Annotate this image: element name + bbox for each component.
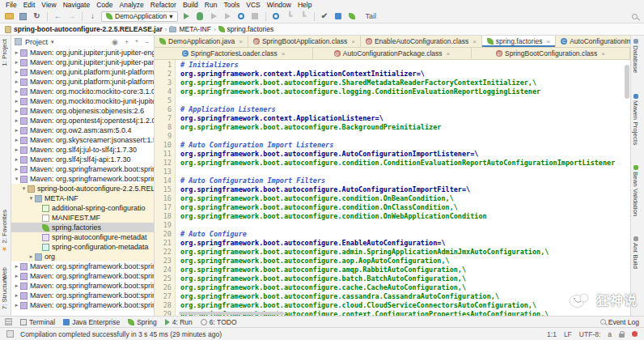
editor-tab[interactable]: @AutoConfigurationPackage.class× — [313, 48, 472, 59]
tree-row[interactable]: ▸Maven: org.junit.platform:junit-platfor… — [11, 77, 154, 87]
close-icon[interactable]: × — [601, 50, 605, 57]
search-icon[interactable] — [629, 11, 640, 22]
stripe-button-project[interactable]: 1: Project — [1, 39, 8, 66]
tool-window-switcher-icon[interactable] — [6, 330, 14, 338]
breadcrumb-item[interactable]: spring-boot-autoconfigure-2.2.5.RELEASE.… — [5, 25, 163, 33]
menu-item-window[interactable]: Window — [264, 1, 294, 9]
scrollbar-thumb[interactable] — [625, 65, 629, 99]
char-indicator[interactable]: a — [608, 330, 612, 338]
tree-row[interactable]: ▸Maven: org.slf4j:slf4j-api:1.7.30 — [11, 155, 154, 164]
encoding-indicator[interactable]: UTF-8: — [579, 330, 600, 338]
close-icon[interactable]: × — [351, 38, 355, 45]
tree-collapsed-icon[interactable]: ▸ — [13, 59, 20, 66]
menu-item-tools[interactable]: Tools — [220, 1, 243, 9]
tree-row[interactable]: ▸Maven: org.junit.jupiter:junit-jupiter-… — [11, 48, 154, 57]
tree-collapsed-icon[interactable]: ▸ — [13, 108, 20, 114]
tree-collapsed-icon[interactable]: ▸ — [13, 263, 20, 270]
tree-collapsed-icon[interactable]: ▸ — [13, 137, 20, 143]
event-log-button[interactable]: Event Log — [600, 318, 639, 326]
project-panel-title[interactable]: Project — [25, 38, 48, 46]
tree-row[interactable]: ▸Maven: org.springframework.boot:sprin — [11, 164, 154, 174]
editor-tab[interactable]: DemoApplication.java× — [155, 36, 248, 47]
menu-item-analyze[interactable]: Analyze — [117, 1, 147, 9]
tree-collapsed-icon[interactable]: ▸ — [13, 79, 20, 85]
tree-row[interactable]: ▸org — [11, 252, 154, 261]
menu-item-help[interactable]: Help — [294, 1, 315, 9]
tree-collapsed-icon[interactable]: ▸ — [13, 147, 20, 153]
tree-collapsed-icon[interactable]: ▸ — [13, 273, 20, 279]
tool-window-button-run[interactable]: 4: Run — [165, 318, 193, 326]
menu-item-file[interactable]: File — [2, 1, 20, 9]
hide-panel-icon[interactable]: − — [143, 38, 150, 46]
tool-window-button-todo[interactable]: 6: TODO — [201, 318, 237, 326]
code-inspection-icon[interactable]: ✔ — [320, 11, 330, 22]
caret-position[interactable]: 1:1 — [547, 330, 557, 338]
line-separator-indicator[interactable]: LF — [564, 330, 572, 338]
editor-vertical-scrollbar[interactable]: ✓ — [624, 60, 630, 316]
tree-collapsed-icon[interactable]: ▸ — [13, 156, 20, 163]
stripe-button-bean-validation[interactable]: Bean Validation — [632, 165, 639, 216]
stripe-button----structure[interactable]: 7: Structure — [1, 276, 8, 309]
tail-label[interactable]: Tail — [366, 12, 377, 20]
tree-row[interactable]: ▸Maven: org.junit.platform:junit-platfor… — [11, 67, 154, 77]
tool-window-grid-icon[interactable] — [5, 318, 12, 325]
tree-row[interactable]: ▸Maven: org.ow2.asm:asm:5.0.4 — [11, 125, 154, 135]
tree-collapsed-icon[interactable]: ▸ — [28, 253, 35, 260]
run-disabled-icon[interactable] — [209, 11, 219, 22]
tree-row[interactable]: ▸Maven: org.springframework.boot:sprin — [11, 271, 154, 281]
tree-row[interactable]: MANIFEST.MF — [11, 213, 154, 223]
stripe-button-maven-projects[interactable]: Maven Projects — [632, 94, 639, 145]
menu-item-navigate[interactable]: Navigate — [60, 1, 94, 9]
tree-row[interactable]: ▸Maven: org.opentest4j:opentest4j:1.2.0 — [11, 116, 154, 125]
menu-item-run[interactable]: Run — [201, 1, 221, 9]
tree-row[interactable]: ▸Maven: org.objenesis:objenesis:2.6 — [11, 106, 154, 116]
tree-row[interactable]: additional-spring-configuratio — [11, 203, 154, 213]
editor-horizontal-scrollbar[interactable] — [179, 312, 284, 315]
tree-expanded-icon[interactable]: ▾ — [13, 176, 20, 182]
menu-item-vcs[interactable]: VCS — [243, 1, 263, 9]
run-button[interactable] — [181, 11, 192, 22]
tree-row[interactable]: ▾META-INF — [11, 193, 154, 203]
tree-collapsed-icon[interactable]: ▸ — [13, 292, 20, 299]
editor-tab[interactable]: CSpringFactoriesLoader.class× — [155, 48, 313, 59]
menu-item-code[interactable]: Code — [93, 1, 116, 9]
save-icon[interactable] — [18, 11, 28, 22]
stripe-button-database[interactable]: Database — [632, 39, 639, 73]
editor-tab[interactable]: @SpringBootApplication.class× — [248, 36, 361, 47]
tree-row[interactable]: spring-configuration-metadata — [11, 242, 154, 252]
stripe-button-ant-build[interactable]: Ant Build — [632, 236, 639, 269]
forward-icon[interactable]: → — [66, 11, 77, 22]
close-icon[interactable]: × — [472, 38, 477, 45]
tree-collapsed-icon[interactable]: ▸ — [13, 127, 20, 134]
editor-tab[interactable]: @SpringBootConfiguration.class× — [472, 48, 630, 59]
tree-collapsed-icon[interactable]: ▸ — [13, 69, 20, 75]
tree-row[interactable]: ▸Maven: org.slf4j:jul-to-slf4j:1.7.30 — [11, 145, 154, 155]
breadcrumb-item[interactable]: spring.factories — [218, 25, 274, 33]
debug-button[interactable] — [195, 11, 205, 22]
editor-tab[interactable]: CAutoConfigurationImportSelector.class× — [556, 36, 630, 47]
tree-row[interactable]: ▸Maven: org.springframework.boot:sprin — [11, 261, 154, 271]
tool-window-button-spring[interactable]: Spring — [128, 318, 157, 326]
tree-expanded-icon[interactable]: ▾ — [28, 195, 35, 202]
chevron-down-icon[interactable]: ▾ — [51, 39, 54, 45]
tool-window-button-javaee[interactable]: Java Enterprise — [63, 318, 120, 326]
tree-collapsed-icon[interactable]: ▸ — [13, 302, 20, 308]
coverage-icon[interactable] — [236, 11, 247, 22]
menu-item-refactor[interactable]: Refactor — [147, 1, 180, 9]
code-editor[interactable]: # Initializersorg.springframework.contex… — [176, 60, 630, 316]
sort-icon[interactable]: ↓ — [87, 11, 98, 22]
plugin-icon[interactable] — [347, 11, 358, 22]
tree-expanded-icon[interactable]: ▾ — [20, 185, 28, 192]
tree-collapsed-icon[interactable]: ▸ — [13, 283, 20, 289]
notification-icon[interactable] — [632, 331, 638, 337]
tree-row[interactable]: ▸Maven: org.mockito:mockito-core:3.1.0 — [11, 87, 154, 96]
locate-file-icon[interactable]: ◉ — [110, 38, 120, 46]
menu-item-build[interactable]: Build — [180, 1, 201, 9]
stripe-button----favorites[interactable]: ★2: Favorites — [1, 210, 8, 253]
tree-collapsed-icon[interactable]: ▸ — [13, 98, 20, 104]
profile-icon[interactable] — [222, 11, 233, 22]
settings-gear-icon[interactable]: * — [133, 38, 140, 46]
tree-row[interactable]: spring.factories — [11, 223, 154, 232]
editor-tab[interactable]: spring.factories× — [482, 36, 556, 47]
vcs-update-icon[interactable]: ┗ — [285, 11, 295, 22]
